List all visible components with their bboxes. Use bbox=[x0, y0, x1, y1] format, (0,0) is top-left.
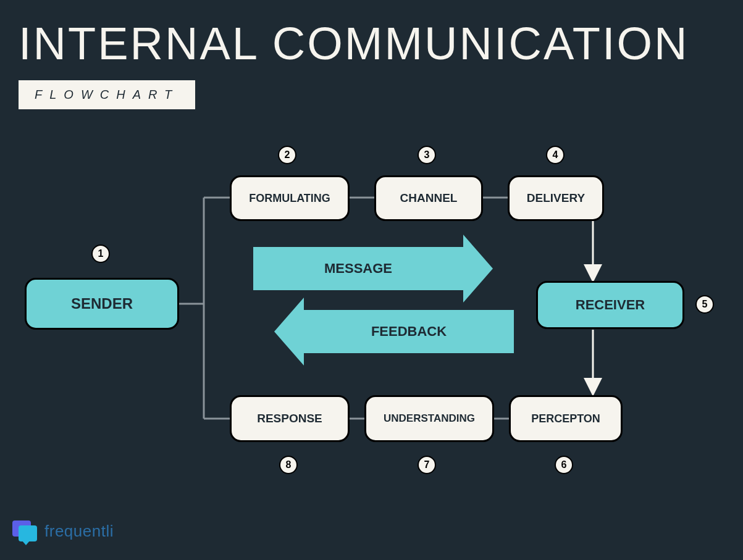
chat-bubbles-icon bbox=[12, 520, 38, 541]
brand-logo: frequentli bbox=[12, 520, 114, 541]
subtitle-box: FLOWCHART bbox=[19, 80, 195, 109]
node-receiver-label: RECEIVER bbox=[576, 297, 645, 313]
arrow-feedback: FEEDBACK bbox=[304, 310, 514, 353]
node-delivery-label: DELIVERY bbox=[527, 191, 585, 205]
badge-8: 8 bbox=[279, 456, 298, 474]
node-perception-label: PERCEPTON bbox=[531, 412, 600, 425]
arrow-message-label: MESSAGE bbox=[324, 261, 392, 277]
badge-1: 1 bbox=[91, 244, 110, 263]
badge-6: 6 bbox=[555, 456, 573, 474]
page-title: INTERNAL COMMUNICATION bbox=[19, 17, 689, 70]
node-understanding-label: UNDERSTANDING bbox=[384, 412, 475, 425]
node-receiver: RECEIVER bbox=[536, 281, 684, 329]
node-sender: SENDER bbox=[25, 278, 179, 330]
node-understanding: UNDERSTANDING bbox=[364, 395, 494, 442]
arrow-message: MESSAGE bbox=[253, 247, 463, 290]
node-channel-label: CHANNEL bbox=[400, 191, 458, 205]
brand-name: frequentli bbox=[44, 522, 114, 541]
badge-3: 3 bbox=[418, 146, 436, 164]
badge-7: 7 bbox=[418, 456, 436, 474]
badge-2: 2 bbox=[278, 146, 296, 164]
arrow-feedback-label: FEEDBACK bbox=[371, 324, 447, 340]
node-response: RESPONSE bbox=[230, 395, 350, 442]
node-channel: CHANNEL bbox=[374, 175, 483, 221]
node-sender-label: SENDER bbox=[71, 295, 133, 312]
node-formulating-label: FORMULATING bbox=[249, 192, 330, 205]
node-response-label: RESPONSE bbox=[257, 412, 322, 425]
subtitle: FLOWCHART bbox=[35, 88, 179, 102]
node-delivery: DELIVERY bbox=[508, 175, 604, 221]
node-formulating: FORMULATING bbox=[230, 175, 350, 221]
badge-5: 5 bbox=[695, 295, 714, 314]
badge-4: 4 bbox=[546, 146, 565, 164]
node-perception: PERCEPTON bbox=[509, 395, 623, 442]
